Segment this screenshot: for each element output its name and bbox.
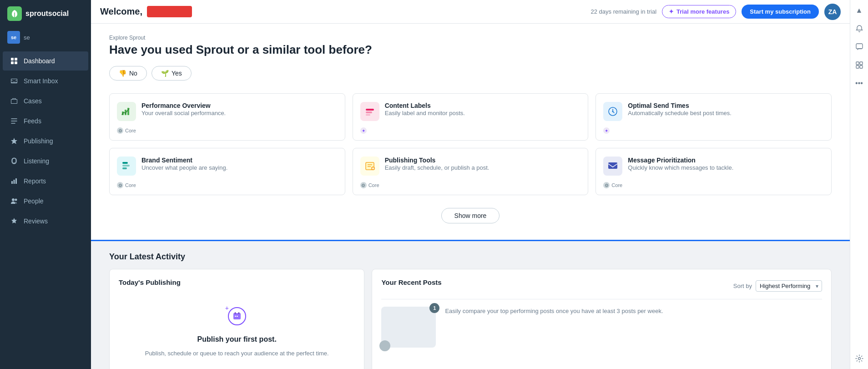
topbar: Welcome, ████ 22 days remaining in trial… [91,0,850,24]
sidebar-item-reviews[interactable]: Reviews [3,212,88,231]
feature-cards-grid: Performance Overview Your overall social… [109,93,832,195]
svg-rect-29 [235,316,236,317]
feature-desc-sentiment: Uncover what people are saying. [141,164,227,172]
org-name: se [24,34,30,41]
feature-desc-performance: Your overall social performance. [141,109,226,117]
no-label: No [129,70,137,77]
svg-rect-18 [122,162,128,164]
calendar-icon [232,312,242,321]
feature-card-brand-sentiment[interactable]: Brand Sentiment Uncover what people are … [109,148,345,195]
org-avatar: se [7,31,20,44]
feeds-icon [10,117,18,125]
logo-area: sproutsocial [0,0,91,27]
svg-rect-34 [856,66,859,68]
svg-rect-5 [11,181,13,184]
explore-label: Explore Sprout [109,35,832,41]
sidebar-label-publishing: Publishing [24,137,53,145]
recent-posts-content: 1 Easily compare your top performing pos… [381,307,822,348]
user-avatar[interactable]: ZA [824,4,841,20]
show-more-row: Show more [109,204,832,225]
listening-icon [10,157,18,165]
sidebar-item-reports[interactable]: Reports [3,172,88,191]
publish-circle [228,307,246,325]
sidebar-item-listening[interactable]: Listening [3,152,88,171]
card-header: Optimal Send Times Automatically schedul… [603,102,824,121]
sidebar-label-dashboard: Dashboard [24,57,55,65]
recent-posts-header: Your Recent Posts Sort by Highest Perfor… [381,278,822,293]
svg-point-8 [12,198,15,201]
recent-posts-empty-text: Easily compare your top performing posts… [445,307,663,316]
sort-select[interactable]: Highest Performing Most Recent Oldest [756,280,822,292]
svg-point-36 [858,358,860,360]
msg-priority-icon [603,157,622,176]
badge-label-msgpri: Core [611,182,622,188]
feature-card-content-labels[interactable]: Content Labels Easily label and monitor … [353,93,589,141]
feature-desc-msgpri: Quickly know which messages to tackle. [628,164,733,172]
badge-core-msgpri: ⚙ Core [603,182,824,188]
publishing-tools-icon [360,157,379,176]
core-badge-icon-sentiment: ⚙ [117,182,123,188]
optimal-send-icon [603,102,622,121]
svg-rect-4 [15,61,17,64]
badge-label-pubtools: Core [368,182,379,188]
recent-posts-card: Your Recent Posts Sort by Highest Perfor… [372,269,832,369]
sidebar-item-publishing[interactable]: Publishing [3,131,88,151]
main-area: Welcome, ████ 22 days remaining in trial… [91,0,850,369]
more-options-icon[interactable]: ••• [854,78,864,88]
feature-desc-labels: Easily label and monitor posts. [385,109,465,117]
sidebar-label-smart-inbox: Smart Inbox [24,77,58,85]
sidebar-label-listening: Listening [24,157,49,165]
feature-title-pubtools: Publishing Tools [385,157,490,164]
svg-rect-13 [366,109,374,111]
show-more-button[interactable]: Show more [441,208,500,223]
sidebar-item-feeds[interactable]: Feeds [3,111,88,131]
reports-icon [10,177,18,185]
feature-card-performance-overview[interactable]: Performance Overview Your overall social… [109,93,345,141]
sidebar-label-cases: Cases [24,97,42,105]
post-author-avatar [379,340,390,351]
divider [381,299,822,299]
trial-more-features-button[interactable]: ✦ Trial more features [662,5,736,18]
btn-no[interactable]: 👎 No [109,66,147,81]
sidebar-item-smart-inbox[interactable]: Smart Inbox [3,71,88,91]
plus-badge-icon: ✦ [360,127,367,134]
card-header: Content Labels Easily label and monitor … [360,102,581,121]
feature-title-sentiment: Brand Sentiment [141,157,227,164]
sparkle-icon: ✦ [669,8,674,15]
sort-label: Sort by [733,283,752,289]
scroll-top-icon[interactable]: ▲ [854,5,864,15]
sort-select-wrap: Sort by Highest Performing Most Recent O… [733,280,822,292]
feature-card-message-prioritization[interactable]: Message Prioritization Quickly know whic… [595,148,832,195]
plus-badge-icon-2: ✦ [603,127,610,134]
start-subscription-button[interactable]: Start my subscription [742,5,819,19]
sidebar-label-reports: Reports [24,177,46,185]
feature-card-publishing-tools[interactable]: Publishing Tools Easily draft, schedule,… [353,148,589,195]
sidebar-item-people[interactable]: People [3,192,88,211]
badge-core-pubtools: ⚙ Core [360,182,581,188]
sort-select-container[interactable]: Highest Performing Most Recent Oldest [756,280,822,292]
feature-title-optimal: Optimal Send Times [628,102,732,109]
svg-rect-7 [15,178,17,184]
nav-menu: Dashboard Smart Inbox Cases Feeds Publis… [0,51,91,231]
badge-label-sentiment: Core [125,182,136,188]
bell-icon[interactable] [854,24,864,34]
grid-icon[interactable] [854,60,864,70]
reviews-icon [10,217,18,225]
activity-section: Your Latest Activity Today's Publishing … [91,241,850,369]
org-selector[interactable]: se se [0,27,91,47]
yes-no-group: 👎 No 🌱 Yes [109,66,832,81]
feature-card-optimal-send[interactable]: Optimal Send Times Automatically schedul… [595,93,832,141]
svg-rect-6 [14,180,15,184]
btn-yes[interactable]: 🌱 Yes [151,66,192,81]
user-initials: ZA [828,8,837,15]
sidebar-label-people: People [24,197,44,205]
settings-icon[interactable] [854,354,864,364]
sidebar-item-dashboard[interactable]: Dashboard [3,51,88,71]
chat-icon[interactable] [854,42,864,52]
sidebar-item-cases[interactable]: Cases [3,91,88,111]
welcome-text: Welcome, [100,6,142,17]
core-badge-icon-pubtools: ⚙ [360,182,367,188]
right-bar: ▲ ••• [850,0,868,369]
svg-rect-35 [860,66,863,68]
activity-section-title: Your Latest Activity [109,252,832,262]
